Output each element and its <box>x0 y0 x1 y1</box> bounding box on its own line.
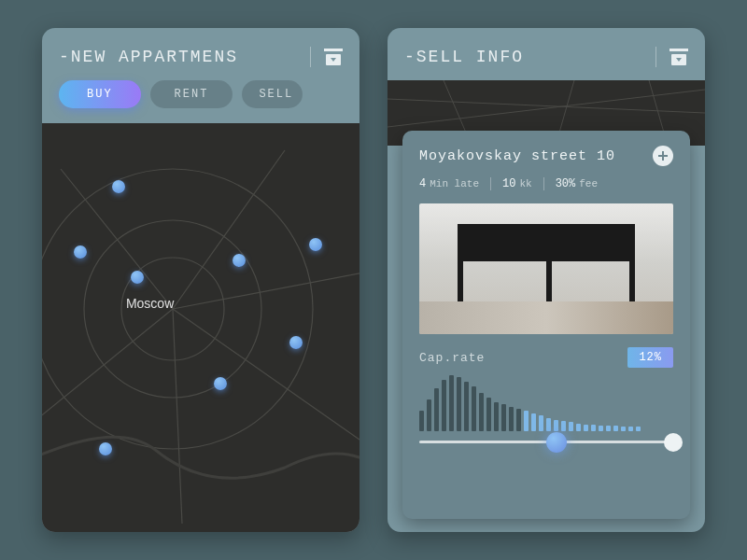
chart-bar <box>628 427 633 431</box>
chart-bar <box>636 427 641 431</box>
chart-bar <box>524 411 529 431</box>
header-divider <box>310 47 311 67</box>
sell-title: -SELL INFO <box>404 48 642 66</box>
apartments-title: -NEW APPARTMENS <box>59 48 297 66</box>
chart-bar <box>531 413 536 431</box>
chart-bar <box>509 407 514 431</box>
chart-bar <box>434 388 439 431</box>
slider-thumb[interactable] <box>546 432 567 453</box>
listing-tabs: BUY RENT SELL <box>42 80 359 123</box>
chart-bar <box>584 425 588 431</box>
archive-icon[interactable] <box>669 49 688 65</box>
apartments-header: -NEW APPARTMENS <box>42 28 359 80</box>
chart-bar <box>591 425 596 431</box>
chart-bar <box>613 426 618 431</box>
apartments-screen: -NEW APPARTMENS BUY RENT SELL Moscow <box>42 28 359 532</box>
tab-buy[interactable]: BUY <box>59 80 141 108</box>
property-card: Moyakovskay street 10 4Min late 10kk 30%… <box>402 131 690 519</box>
archive-icon[interactable] <box>324 49 343 65</box>
chart-bar <box>494 402 499 431</box>
chart-bar <box>501 404 506 431</box>
tab-sell[interactable]: SELL <box>242 80 303 108</box>
chart-bar <box>464 382 469 431</box>
map-pin[interactable] <box>99 442 112 455</box>
map-pin[interactable] <box>289 336 303 349</box>
chart-bar <box>427 399 431 431</box>
cap-rate-badge: 12% <box>627 347 673 368</box>
chart-bar <box>621 427 626 431</box>
map-pin[interactable] <box>214 377 227 390</box>
chart-bar <box>569 422 573 431</box>
cap-rate-label: Cap.rate <box>419 351 485 365</box>
sell-header: -SELL INFO <box>388 28 705 80</box>
chart-bar <box>599 426 603 431</box>
chart-bar <box>516 409 521 431</box>
chart-bar <box>554 420 558 431</box>
chart-bar <box>486 398 491 431</box>
chart-bar <box>606 426 611 431</box>
stat-divider <box>543 177 544 190</box>
chart-bar <box>449 375 454 431</box>
header-divider <box>655 47 656 67</box>
sell-info-screen: -SELL INFO Moyakovskay street 10 4Min la… <box>388 28 705 532</box>
chart-bar <box>442 380 446 431</box>
chart-bar <box>539 415 543 431</box>
cap-rate-chart <box>419 375 673 431</box>
map-roads <box>42 123 359 532</box>
stat-fee: 30%fee <box>556 177 598 190</box>
card-header: Moyakovskay street 10 <box>419 146 673 166</box>
property-address: Moyakovskay street 10 <box>419 148 615 164</box>
chart-bar <box>479 393 484 431</box>
slider-end-thumb[interactable] <box>664 433 683 452</box>
chart-bar <box>561 421 566 431</box>
stat-time: 4Min late <box>419 177 479 190</box>
property-stats: 4Min late 10kk 30%fee <box>419 177 673 190</box>
stat-kk: 10kk <box>502 177 532 190</box>
stat-divider <box>490 177 491 190</box>
tab-rent[interactable]: RENT <box>150 80 233 108</box>
cap-rate-row: Cap.rate 12% <box>419 347 673 368</box>
property-photo[interactable] <box>419 203 673 334</box>
map-city-label: Moscow <box>126 296 174 311</box>
add-button[interactable] <box>653 146 673 166</box>
map-pin[interactable] <box>309 238 322 251</box>
map-pin[interactable] <box>131 271 144 284</box>
chart-bar <box>576 424 581 431</box>
chart-bar <box>472 386 476 431</box>
chart-bar <box>419 411 424 431</box>
cap-rate-slider[interactable] <box>419 441 673 443</box>
chart-bar <box>546 418 551 431</box>
map-view[interactable]: Moscow <box>42 123 359 532</box>
chart-bar <box>457 377 461 431</box>
